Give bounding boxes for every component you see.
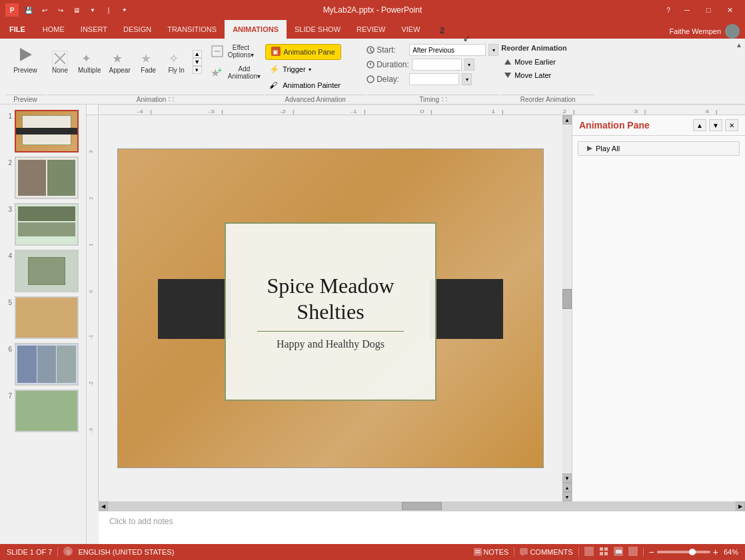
zoom-in-btn[interactable]: + bbox=[713, 547, 718, 557]
ribbon-collapse-button[interactable]: ▲ bbox=[736, 41, 742, 49]
slide-img-6[interactable] bbox=[15, 343, 79, 386]
zoom-out-btn[interactable]: − bbox=[649, 547, 654, 557]
trigger-button[interactable]: ⚡ Trigger ▾ bbox=[265, 63, 315, 76]
customize-button[interactable]: 🖥 bbox=[71, 4, 83, 16]
slide-thumb-7[interactable]: 7 bbox=[3, 390, 83, 432]
timing-group-expand[interactable]: ⛶ bbox=[442, 97, 447, 103]
trigger-icon: ⚡ bbox=[269, 64, 280, 75]
restore-button[interactable]: □ bbox=[698, 3, 718, 17]
slide-main[interactable]: Spice Meadow Shelties Happy and Healthy … bbox=[117, 148, 544, 468]
slide-img-5[interactable] bbox=[15, 296, 79, 339]
scroll-up-btn[interactable]: ▲ bbox=[562, 115, 572, 125]
presenter-view-button[interactable] bbox=[628, 547, 638, 557]
accessibility-icon[interactable]: ☺ bbox=[63, 547, 73, 557]
slide-img-2[interactable] bbox=[15, 156, 79, 199]
scroll-pan-down[interactable]: ▼ bbox=[562, 492, 572, 501]
zoom-slider[interactable]: − + bbox=[649, 547, 718, 557]
status-right: NOTES COMMENTS 📖 − + 64% bbox=[474, 547, 738, 557]
vertical-scrollbar[interactable]: ▲ ▼ ▲ ▼ bbox=[562, 115, 572, 501]
tab-animations[interactable]: ANIMATIONS bbox=[225, 20, 287, 39]
more-button[interactable]: ▼ bbox=[87, 4, 99, 16]
move-later-button[interactable]: Move Later bbox=[501, 71, 554, 80]
delay-dropdown[interactable]: ▾ bbox=[462, 73, 472, 85]
delay-input[interactable] bbox=[409, 73, 459, 85]
animation-painter-button[interactable]: 🖌 Animation Painter bbox=[265, 79, 345, 92]
tab-review[interactable]: REVIEW bbox=[349, 20, 393, 39]
window-controls: ─ □ ✕ bbox=[677, 3, 740, 17]
undo-button[interactable]: ↩ bbox=[39, 4, 51, 16]
close-button[interactable]: ✕ bbox=[720, 3, 740, 17]
start-dropdown[interactable]: ▾ bbox=[488, 44, 498, 56]
anim-appear-button[interactable]: ★ Appear bbox=[105, 49, 133, 76]
dark-band-left bbox=[158, 279, 231, 339]
svg-point-21 bbox=[367, 76, 374, 83]
slide-thumb-5[interactable]: 5 bbox=[3, 296, 83, 339]
animation-pane-down-btn[interactable]: ▼ bbox=[709, 119, 722, 131]
slide-thumb-1[interactable]: 1 Spice MeadowShelties bbox=[3, 110, 83, 152]
slide-img-3[interactable] bbox=[15, 203, 79, 246]
effect-options-icon bbox=[209, 43, 225, 59]
slide-thumb-2[interactable]: 2 bbox=[3, 156, 83, 199]
slide-thumb-3[interactable]: 3 bbox=[3, 203, 83, 246]
effect-options-button[interactable]: EffectOptions▾ bbox=[206, 41, 264, 61]
scroll-left-btn[interactable]: ◀ bbox=[99, 501, 108, 511]
content-box[interactable]: Spice Meadow Shelties Happy and Healthy … bbox=[225, 222, 436, 401]
save-button[interactable]: 💾 bbox=[23, 4, 35, 16]
svg-text:☺: ☺ bbox=[65, 549, 71, 555]
animation-painter-label: Animation Painter bbox=[283, 81, 341, 89]
slide-thumb-6[interactable]: 6 bbox=[3, 343, 83, 386]
notes-button[interactable]: NOTES bbox=[474, 548, 509, 556]
svg-text:3: 3 bbox=[88, 150, 94, 153]
tab-slideshow[interactable]: SLIDE SHOW bbox=[287, 20, 349, 39]
zoom-track[interactable] bbox=[657, 551, 710, 553]
tab-insert[interactable]: INSERT bbox=[73, 20, 115, 39]
duration-input[interactable] bbox=[412, 59, 462, 71]
tab-design[interactable]: DESIGN bbox=[115, 20, 159, 39]
animation-pane-up-btn[interactable]: ▲ bbox=[693, 119, 706, 131]
preview-button[interactable]: Preview bbox=[9, 41, 41, 77]
animation-group-expand[interactable]: ⛶ bbox=[169, 97, 174, 103]
start-input[interactable] bbox=[409, 44, 486, 56]
anim-none-button[interactable]: None bbox=[47, 49, 73, 76]
tab-view[interactable]: VIEW bbox=[393, 20, 428, 39]
scroll-pan-up[interactable]: ▲ bbox=[562, 483, 572, 492]
scroll-right-btn[interactable]: ▶ bbox=[736, 501, 745, 511]
tab-file[interactable]: FILE bbox=[0, 20, 35, 39]
tab-transitions[interactable]: TRANSITIONS bbox=[159, 20, 225, 39]
content-divider bbox=[257, 331, 403, 332]
slide-img-1[interactable]: Spice MeadowShelties bbox=[15, 110, 79, 152]
redo-button[interactable]: ↪ bbox=[55, 4, 67, 16]
slide-thumb-4[interactable]: 4 bbox=[3, 250, 83, 292]
ribbon: Preview Preview None bbox=[0, 39, 745, 105]
user-name: Faithe Wempen bbox=[670, 27, 721, 35]
anim-flyin-button[interactable]: ✧ Fly In bbox=[163, 49, 190, 76]
slide-canvas: Spice Meadow Shelties Happy and Healthy … bbox=[99, 115, 562, 501]
slide-img-4[interactable] bbox=[15, 250, 79, 292]
play-all-button[interactable]: Play All bbox=[578, 141, 740, 156]
comments-button[interactable]: COMMENTS bbox=[520, 548, 572, 556]
reading-view-button[interactable]: 📖 bbox=[614, 547, 623, 557]
duration-dropdown[interactable]: ▾ bbox=[464, 59, 474, 71]
svg-text:-2: -2 bbox=[88, 381, 94, 386]
notes-area[interactable]: Click to add notes bbox=[99, 511, 745, 544]
animation-pane-button[interactable]: ▣ Animation Pane bbox=[265, 44, 341, 60]
animation-pane-close-btn[interactable]: ✕ bbox=[725, 119, 738, 131]
scroll-down-btn[interactable]: ▼ bbox=[562, 473, 572, 483]
add-animation-button[interactable]: ★+ AddAnimation▾ bbox=[206, 63, 264, 83]
help-button[interactable]: ? bbox=[662, 4, 674, 16]
anim-fade-button[interactable]: ★ Fade bbox=[135, 49, 162, 76]
slide-img-7[interactable] bbox=[15, 390, 79, 432]
anim-multiple-button[interactable]: ✦ Multiple bbox=[75, 49, 104, 76]
animation-pane-icon: ▣ bbox=[271, 47, 281, 57]
horizontal-scrollbar[interactable]: ◀ ▶ bbox=[99, 501, 745, 511]
grid-view-button[interactable] bbox=[599, 547, 608, 557]
scroll-down-arrow[interactable]: ▼ bbox=[193, 58, 202, 66]
slide-view-button[interactable] bbox=[584, 547, 594, 557]
zoom-thumb[interactable] bbox=[689, 549, 696, 555]
tab-home[interactable]: HOME bbox=[35, 20, 73, 39]
scroll-up-arrow[interactable]: ▲ bbox=[193, 50, 202, 58]
scroll-more-arrow[interactable]: ▾ bbox=[193, 66, 202, 74]
move-earlier-button[interactable]: Move Earlier bbox=[501, 57, 558, 67]
minimize-button[interactable]: ─ bbox=[677, 3, 697, 17]
add-animation-icon: ★+ bbox=[209, 65, 225, 81]
